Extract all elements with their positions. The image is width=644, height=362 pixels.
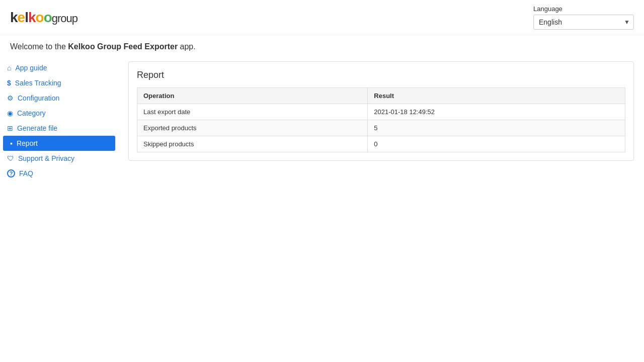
report-title: Report <box>137 70 625 80</box>
welcome-message: Welcome to the Kelkoo Group Feed Exporte… <box>0 35 644 56</box>
content-area: Report Operation Result Last export date… <box>118 56 644 185</box>
operation-cell: Last export date <box>137 104 368 120</box>
sidebar-item-configuration[interactable]: Configuration <box>0 90 118 106</box>
gear-icon <box>7 94 14 102</box>
result-cell: 5 <box>368 120 625 136</box>
operation-cell: Skipped products <box>137 136 368 152</box>
question-icon: ? <box>7 169 15 177</box>
main-layout: App guide Sales Tracking Configuration ◉… <box>0 56 644 185</box>
header: kelkoogroup Language English French Germ… <box>0 0 644 35</box>
tag-icon: ◉ <box>7 109 13 117</box>
table-row: Skipped products 0 <box>137 136 625 152</box>
result-cell: 2021-01-18 12:49:52 <box>368 104 625 120</box>
sidebar: App guide Sales Tracking Configuration ◉… <box>0 56 118 185</box>
table-row: Exported products 5 <box>137 120 625 136</box>
report-container: Report Operation Result Last export date… <box>128 61 634 161</box>
sidebar-item-report[interactable]: ▪ Report <box>3 136 115 151</box>
sidebar-item-faq[interactable]: ? FAQ <box>0 166 118 181</box>
sidebar-item-generate-file[interactable]: ⊞ Generate file <box>0 121 118 136</box>
shield-icon: 🛡 <box>7 154 14 162</box>
sidebar-item-label: Configuration <box>18 94 59 102</box>
language-label: Language <box>533 5 562 13</box>
sidebar-item-label: Generate file <box>17 124 57 132</box>
logo: kelkoogroup <box>10 10 77 26</box>
welcome-suffix: app. <box>178 42 196 51</box>
sidebar-item-label: Support & Privacy <box>18 154 74 162</box>
dollar-icon <box>7 79 11 87</box>
welcome-brand: Kelkoo Group Feed Exporter <box>68 42 178 51</box>
result-cell: 0 <box>368 136 625 152</box>
logo-text: kelkoogroup <box>10 10 77 26</box>
sidebar-item-label: Report <box>17 139 38 147</box>
language-section: Language English French German Spanish I… <box>533 5 634 30</box>
sidebar-item-label: FAQ <box>19 169 33 177</box>
column-header-result: Result <box>368 88 625 104</box>
language-select[interactable]: English French German Spanish Italian <box>533 15 634 30</box>
language-select-wrapper: English French German Spanish Italian ▼ <box>533 15 634 30</box>
sidebar-item-category[interactable]: ◉ Category <box>0 106 118 121</box>
sidebar-item-support-privacy[interactable]: 🛡 Support & Privacy <box>0 151 118 166</box>
sidebar-item-app-guide[interactable]: App guide <box>0 60 118 75</box>
file-icon: ⊞ <box>7 124 13 132</box>
sidebar-item-sales-tracking[interactable]: Sales Tracking <box>0 75 118 90</box>
welcome-prefix: Welcome to the <box>10 42 68 51</box>
sidebar-item-label: Sales Tracking <box>15 79 61 87</box>
table-row: Last export date 2021-01-18 12:49:52 <box>137 104 625 120</box>
sidebar-item-label: App guide <box>15 64 47 72</box>
home-icon <box>7 64 11 72</box>
sidebar-item-label: Category <box>17 109 46 117</box>
column-header-operation: Operation <box>137 88 368 104</box>
operation-cell: Exported products <box>137 120 368 136</box>
report-table: Operation Result Last export date 2021-0… <box>137 87 625 152</box>
report-icon: ▪ <box>10 139 13 147</box>
